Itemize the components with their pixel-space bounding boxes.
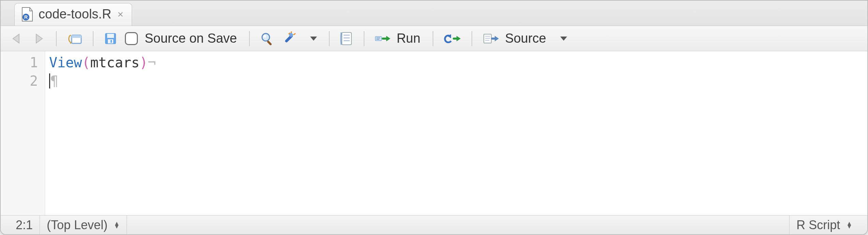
pilcrow-marker: ¶ <box>50 73 58 89</box>
svg-rect-10 <box>267 40 272 46</box>
find-replace-button[interactable] <box>258 30 276 47</box>
code-line[interactable]: ¶ <box>49 72 867 90</box>
code-tools-button[interactable] <box>280 30 300 47</box>
filetype-label: R Script <box>796 218 840 232</box>
file-tab[interactable]: R code-tools.R × <box>14 3 132 26</box>
token-paren: ) <box>140 55 148 70</box>
cursor-position[interactable]: 2:1 <box>9 216 40 234</box>
close-tab-icon[interactable]: × <box>117 9 124 20</box>
run-icon <box>375 33 391 44</box>
eol-marker: ¬ <box>148 55 156 70</box>
rerun-button[interactable] <box>442 30 463 47</box>
separator <box>364 31 364 46</box>
code-line[interactable]: View(mtcars)¬ <box>49 53 867 72</box>
source-icon <box>482 32 500 45</box>
svg-rect-16 <box>342 32 351 45</box>
save-button[interactable] <box>102 30 119 47</box>
cursor-position-text: 2:1 <box>16 218 33 232</box>
svg-rect-7 <box>111 40 112 43</box>
code-area[interactable]: View(mtcars)¬ ¶ <box>45 51 867 215</box>
separator <box>249 31 250 46</box>
svg-text:R: R <box>24 14 28 20</box>
svg-point-8 <box>262 33 270 41</box>
separator <box>127 216 127 234</box>
separator <box>329 31 330 46</box>
nav-back-button[interactable] <box>8 30 26 47</box>
source-on-save-toggle[interactable]: Source on Save <box>123 30 241 47</box>
svg-rect-3 <box>72 35 81 38</box>
filetype-selector[interactable]: R Script <box>790 216 859 234</box>
line-number: 1 <box>1 53 38 72</box>
scope-label: (Top Level) <box>47 218 107 232</box>
tab-filename: code-tools.R <box>39 7 111 22</box>
line-gutter: 1 2 <box>1 51 45 215</box>
run-label: Run <box>394 31 422 46</box>
stepper-icon <box>114 222 120 228</box>
token-paren: ( <box>82 55 90 70</box>
show-in-new-window-button[interactable] <box>65 30 85 47</box>
line-number: 2 <box>1 72 38 90</box>
r-file-icon: R <box>21 7 34 22</box>
stepper-icon <box>846 222 852 228</box>
svg-line-13 <box>293 33 295 35</box>
token-identifier: mtcars <box>90 55 140 70</box>
tab-bar: R code-tools.R × <box>1 1 867 26</box>
code-tools-dropdown[interactable] <box>304 30 321 47</box>
source-dropdown[interactable] <box>554 30 571 47</box>
toolbar: Source on Save <box>1 26 867 51</box>
chevron-down-icon <box>560 37 567 41</box>
separator <box>56 31 57 46</box>
separator <box>93 31 93 46</box>
svg-rect-5 <box>107 34 114 38</box>
svg-rect-20 <box>375 37 381 41</box>
compile-report-button[interactable] <box>338 30 356 47</box>
svg-point-9 <box>263 35 266 38</box>
source-label: Source <box>503 31 548 46</box>
checkbox-icon <box>125 32 138 45</box>
source-button[interactable]: Source <box>480 30 550 47</box>
scope-selector[interactable]: (Top Level) <box>40 216 127 234</box>
code-editor[interactable]: 1 2 View(mtcars)¬ ¶ <box>1 51 867 215</box>
nav-forward-button[interactable] <box>29 30 48 47</box>
run-button[interactable]: Run <box>373 30 424 47</box>
status-bar: 2:1 (Top Level) R Script <box>1 215 867 234</box>
editor-window: R code-tools.R × <box>0 0 868 235</box>
token-function: View <box>49 55 82 70</box>
separator <box>433 31 433 46</box>
chevron-down-icon <box>310 37 317 41</box>
source-on-save-label: Source on Save <box>143 31 239 46</box>
separator <box>472 31 472 46</box>
